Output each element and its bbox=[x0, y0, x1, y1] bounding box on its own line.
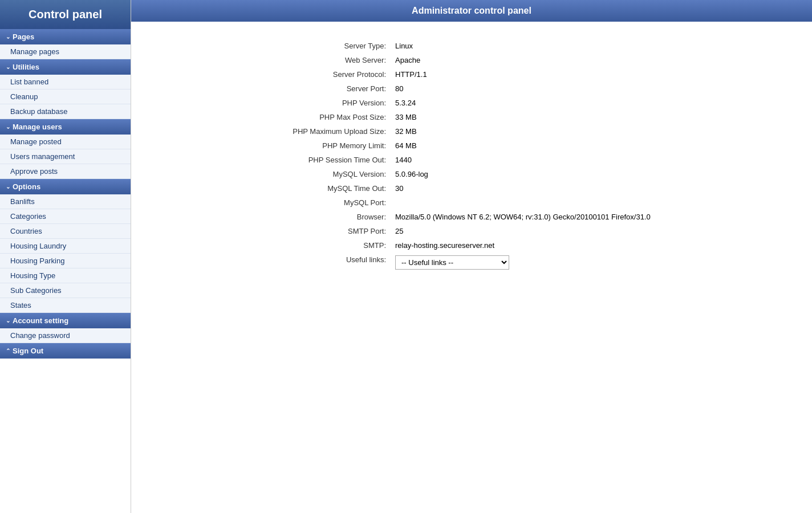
sidebar-item-housing-type[interactable]: Housing Type bbox=[0, 268, 131, 283]
info-value: 5.3.24 bbox=[391, 96, 655, 110]
info-label: Useful links: bbox=[288, 253, 391, 272]
table-row: PHP Version:5.3.24 bbox=[288, 96, 655, 110]
useful-links-select[interactable]: -- Useful links -- bbox=[395, 255, 509, 270]
info-value: 1440 bbox=[391, 153, 655, 167]
chevron-down-icon: ⌄ bbox=[6, 124, 10, 130]
table-row: PHP Max Post Size:33 MB bbox=[288, 110, 655, 124]
table-row: SMTP:relay-hosting.secureserver.net bbox=[288, 238, 655, 253]
sidebar-section-account-setting[interactable]: ⌄ Account setting bbox=[0, 313, 131, 328]
sidebar-section-sign-out[interactable]: ⌃ Sign Out bbox=[0, 343, 131, 359]
chevron-right-icon: ⌃ bbox=[6, 348, 10, 354]
table-row: PHP Memory Limit:64 MB bbox=[288, 139, 655, 153]
table-row: Useful links:-- Useful links -- bbox=[288, 253, 655, 272]
sidebar-title: Control panel bbox=[0, 0, 131, 29]
chevron-down-icon: ⌄ bbox=[6, 64, 10, 70]
sidebar-item-cleanup[interactable]: Cleanup bbox=[0, 89, 131, 104]
chevron-down-icon: ⌄ bbox=[6, 317, 10, 324]
info-value: 5.0.96-log bbox=[391, 167, 655, 181]
info-value: 30 bbox=[391, 181, 655, 196]
info-label: MySQL Time Out: bbox=[288, 181, 391, 196]
sidebar-section-manage-users[interactable]: ⌄ Manage users bbox=[0, 119, 131, 135]
table-row: PHP Session Time Out:1440 bbox=[288, 153, 655, 167]
table-row: SMTP Port:25 bbox=[288, 224, 655, 238]
chevron-down-icon: ⌄ bbox=[6, 184, 10, 190]
table-row: Server Type:Linux bbox=[288, 39, 655, 53]
sidebar-item-manage-pages[interactable]: Manage pages bbox=[0, 44, 131, 59]
sidebar: Control panel ⌄ PagesManage pages⌄ Utili… bbox=[0, 0, 131, 513]
table-row: MySQL Time Out:30 bbox=[288, 181, 655, 196]
info-value: 25 bbox=[391, 224, 655, 238]
info-label: MySQL Version: bbox=[288, 167, 391, 181]
sidebar-section-pages[interactable]: ⌄ Pages bbox=[0, 29, 131, 44]
info-value: Apache bbox=[391, 53, 655, 67]
info-table: Server Type:LinuxWeb Server:ApacheServer… bbox=[288, 39, 655, 272]
info-label: Server Protocol: bbox=[288, 67, 391, 82]
sidebar-item-states[interactable]: States bbox=[0, 298, 131, 313]
sidebar-item-sub-categories[interactable]: Sub Categories bbox=[0, 283, 131, 298]
info-value[interactable]: -- Useful links -- bbox=[391, 253, 655, 272]
sidebar-item-banlifts[interactable]: Banlifts bbox=[0, 194, 131, 209]
sidebar-section-label: Options bbox=[13, 182, 40, 191]
sidebar-item-approve-posts[interactable]: Approve posts bbox=[0, 164, 131, 179]
info-label: Server Type: bbox=[288, 39, 391, 53]
info-label: MySQL Port: bbox=[288, 196, 391, 210]
info-value: Linux bbox=[391, 39, 655, 53]
info-value: relay-hosting.secureserver.net bbox=[391, 238, 655, 253]
sidebar-item-list-banned[interactable]: List banned bbox=[0, 75, 131, 89]
table-row: MySQL Port: bbox=[288, 196, 655, 210]
sidebar-section-label: Manage users bbox=[13, 123, 62, 131]
info-label: PHP Version: bbox=[288, 96, 391, 110]
info-label: Web Server: bbox=[288, 53, 391, 67]
sidebar-section-label: Pages bbox=[13, 32, 34, 41]
sidebar-section-label: Account setting bbox=[13, 316, 68, 325]
sidebar-item-categories[interactable]: Categories bbox=[0, 209, 131, 224]
info-label: PHP Memory Limit: bbox=[288, 139, 391, 153]
info-label: SMTP Port: bbox=[288, 224, 391, 238]
info-label: PHP Max Post Size: bbox=[288, 110, 391, 124]
sidebar-item-countries[interactable]: Countries bbox=[0, 224, 131, 239]
table-row: PHP Maximum Upload Size:32 MB bbox=[288, 124, 655, 139]
main-header: Administrator control panel bbox=[131, 0, 812, 22]
sidebar-item-change-password[interactable]: Change password bbox=[0, 328, 131, 343]
info-value: HTTP/1.1 bbox=[391, 67, 655, 82]
chevron-down-icon: ⌄ bbox=[6, 34, 10, 40]
sidebar-item-housing-parking[interactable]: Housing Parking bbox=[0, 254, 131, 268]
info-value: 64 MB bbox=[391, 139, 655, 153]
sidebar-section-options[interactable]: ⌄ Options bbox=[0, 179, 131, 194]
info-label: PHP Session Time Out: bbox=[288, 153, 391, 167]
sidebar-item-housing-laundry[interactable]: Housing Laundry bbox=[0, 239, 131, 254]
info-value: 80 bbox=[391, 82, 655, 96]
info-value bbox=[391, 196, 655, 210]
sidebar-item-users-management[interactable]: Users management bbox=[0, 149, 131, 164]
table-row: Server Port:80 bbox=[288, 82, 655, 96]
main-panel: Administrator control panel Server Type:… bbox=[131, 0, 812, 513]
info-label: PHP Maximum Upload Size: bbox=[288, 124, 391, 139]
sidebar-section-utilities[interactable]: ⌄ Utilities bbox=[0, 59, 131, 75]
info-label: SMTP: bbox=[288, 238, 391, 253]
info-label: Server Port: bbox=[288, 82, 391, 96]
info-value: 32 MB bbox=[391, 124, 655, 139]
sign-out-label: Sign Out bbox=[13, 347, 43, 355]
table-row: Web Server:Apache bbox=[288, 53, 655, 67]
info-value: Mozilla/5.0 (Windows NT 6.2; WOW64; rv:3… bbox=[391, 210, 655, 224]
sidebar-item-backup-database[interactable]: Backup database bbox=[0, 104, 131, 119]
info-value: 33 MB bbox=[391, 110, 655, 124]
main-content: Server Type:LinuxWeb Server:ApacheServer… bbox=[131, 22, 812, 290]
table-row: Server Protocol:HTTP/1.1 bbox=[288, 67, 655, 82]
table-row: Browser:Mozilla/5.0 (Windows NT 6.2; WOW… bbox=[288, 210, 655, 224]
info-label: Browser: bbox=[288, 210, 391, 224]
table-row: MySQL Version:5.0.96-log bbox=[288, 167, 655, 181]
sidebar-section-label: Utilities bbox=[13, 63, 39, 71]
sidebar-item-manage-posted[interactable]: Manage posted bbox=[0, 135, 131, 149]
